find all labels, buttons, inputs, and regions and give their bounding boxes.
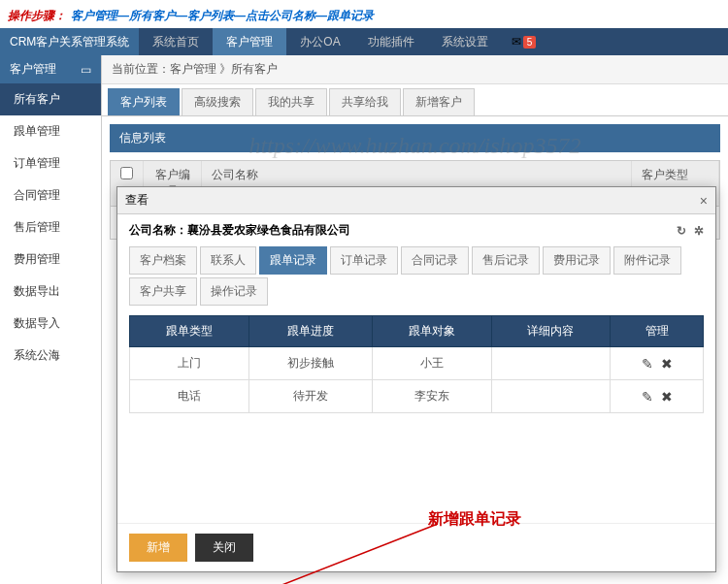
topnav-item-4[interactable]: 系统设置 <box>428 28 502 55</box>
modal-tab-7[interactable]: 附件记录 <box>613 246 681 275</box>
instruction-path: 客户管理—所有客户—客户列表—点击公司名称—跟单记录 <box>71 9 374 22</box>
modal-footer: 新增 关闭 <box>117 523 715 571</box>
track-th: 管理 <box>611 316 704 347</box>
track-cell-actions: ✎✖ <box>611 347 704 380</box>
track-cell-type: 电话 <box>130 380 249 413</box>
delete-icon[interactable]: ✖ <box>661 389 673 405</box>
gear-icon[interactable]: ✲ <box>694 224 704 238</box>
modal-title-bar: 公司名称：襄汾县爱农家绿色食品有限公司 ↻ ✲ <box>117 214 715 246</box>
topnav-item-0[interactable]: 系统首页 <box>139 28 213 55</box>
track-table-header: 跟单类型跟单进度跟单对象详细内容管理 <box>130 316 704 347</box>
modal-header: 查看 × <box>117 187 715 214</box>
track-cell-actions: ✎✖ <box>611 380 704 413</box>
modal-title-value: 襄汾县爱农家绿色食品有限公司 <box>187 223 350 237</box>
track-th: 跟单类型 <box>130 316 249 347</box>
modal-tab-1[interactable]: 联系人 <box>200 246 256 275</box>
track-cell-progress: 初步接触 <box>248 347 372 380</box>
mail-icon: ✉ <box>512 35 521 49</box>
top-navbar: CRM客户关系管理系统 系统首页客户管理办公OA功能插件系统设置 ✉ 5 <box>0 28 728 55</box>
top-nav: 系统首页客户管理办公OA功能插件系统设置 <box>139 28 501 55</box>
panel-title: 信息列表 <box>110 124 720 152</box>
track-th: 详细内容 <box>491 316 611 347</box>
instruction-banner: 操作步骤： 客户管理—所有客户—客户列表—点击公司名称—跟单记录 <box>0 0 728 28</box>
modal-tab-4[interactable]: 合同记录 <box>401 246 469 275</box>
modal-tab-0[interactable]: 客户档案 <box>129 246 197 275</box>
modal-tab-8[interactable]: 客户共享 <box>129 277 197 306</box>
modal-body: 跟单类型跟单进度跟单对象详细内容管理 上门初步接触小王✎✖电话待开发李安东✎✖ … <box>117 306 715 523</box>
subtab-3[interactable]: 共享给我 <box>329 88 401 115</box>
subtab-2[interactable]: 我的共享 <box>255 88 327 115</box>
modal-tab-5[interactable]: 售后记录 <box>472 246 540 275</box>
modal-header-title: 查看 <box>125 192 149 209</box>
detail-modal: 查看 × 公司名称：襄汾县爱农家绿色食品有限公司 ↻ ✲ 客户档案联系人跟单记录… <box>116 186 716 572</box>
sidebar-item-3[interactable]: 合同管理 <box>0 179 101 211</box>
sidebar-title: 客户管理 <box>10 61 56 78</box>
sidebar-item-8[interactable]: 系统公海 <box>0 340 101 372</box>
subtabs: 客户列表高级搜索我的共享共享给我新增客户 <box>102 84 728 116</box>
track-cell-progress: 待开发 <box>248 380 372 413</box>
close-button[interactable]: 关闭 <box>195 534 253 562</box>
modal-tab-9[interactable]: 操作记录 <box>200 277 268 306</box>
modal-title-prefix: 公司名称： <box>129 223 187 237</box>
sidebar-item-5[interactable]: 费用管理 <box>0 243 101 276</box>
modal-tab-6[interactable]: 费用记录 <box>543 246 611 275</box>
sidebar-item-2[interactable]: 订单管理 <box>0 147 101 179</box>
annotation-text: 新增跟单记录 <box>428 509 521 530</box>
mail-count: 5 <box>523 36 537 49</box>
track-th: 跟单进度 <box>248 316 372 347</box>
track-th: 跟单对象 <box>372 316 491 347</box>
subtab-0[interactable]: 客户列表 <box>108 88 180 115</box>
topnav-item-1[interactable]: 客户管理 <box>213 28 286 55</box>
refresh-icon[interactable]: ↻ <box>677 224 686 238</box>
add-button[interactable]: 新增 <box>129 534 187 562</box>
subtab-1[interactable]: 高级搜索 <box>182 88 253 115</box>
delete-icon[interactable]: ✖ <box>661 356 673 372</box>
track-cell-detail <box>491 347 611 380</box>
track-cell-target: 小王 <box>372 347 491 380</box>
edit-icon[interactable]: ✎ <box>642 389 653 405</box>
edit-icon[interactable]: ✎ <box>642 356 653 372</box>
track-cell-type: 上门 <box>130 347 249 380</box>
sidebar-item-7[interactable]: 数据导入 <box>0 308 101 340</box>
sidebar-item-6[interactable]: 数据导出 <box>0 276 101 308</box>
select-all-checkbox[interactable] <box>120 167 133 179</box>
modal-tabs: 客户档案联系人跟单记录订单记录合同记录售后记录费用记录附件记录客户共享操作记录 <box>117 246 715 306</box>
track-row: 上门初步接触小王✎✖ <box>130 347 704 380</box>
sidebar: 客户管理 ▭ 所有客户跟单管理订单管理合同管理售后管理费用管理数据导出数据导入系… <box>0 55 102 584</box>
track-cell-target: 李安东 <box>372 380 491 413</box>
app-logo: CRM客户关系管理系统 <box>0 28 139 55</box>
sidebar-header: 客户管理 ▭ <box>0 55 101 83</box>
topnav-item-3[interactable]: 功能插件 <box>354 28 428 55</box>
sidebar-item-1[interactable]: 跟单管理 <box>0 115 101 147</box>
modal-tab-3[interactable]: 订单记录 <box>330 246 398 275</box>
mail-badge[interactable]: ✉ 5 <box>512 35 537 49</box>
sidebar-toggle-icon[interactable]: ▭ <box>81 63 91 77</box>
sidebar-item-0[interactable]: 所有客户 <box>0 83 101 115</box>
track-row: 电话待开发李安东✎✖ <box>130 380 704 413</box>
modal-tab-2[interactable]: 跟单记录 <box>259 246 327 275</box>
subtab-4[interactable]: 新增客户 <box>403 88 475 115</box>
modal-close-button[interactable]: × <box>700 193 708 209</box>
instruction-label: 操作步骤： <box>8 9 66 22</box>
track-table: 跟单类型跟单进度跟单对象详细内容管理 上门初步接触小王✎✖电话待开发李安东✎✖ <box>129 315 704 413</box>
sidebar-item-4[interactable]: 售后管理 <box>0 211 101 243</box>
breadcrumb: 当前位置：客户管理 》所有客户 <box>102 55 728 84</box>
track-cell-detail <box>491 380 611 413</box>
topnav-item-2[interactable]: 办公OA <box>286 28 353 55</box>
